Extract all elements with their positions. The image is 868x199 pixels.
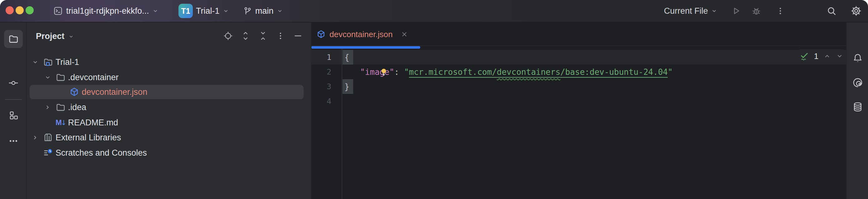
ide-window: trial1git-rdjkpn-ekkfo... T1 Trial-1 mai… — [0, 0, 868, 199]
project-panel: Project — [27, 23, 311, 199]
commit-tool-button[interactable] — [0, 78, 27, 88]
settings-button[interactable] — [850, 0, 862, 22]
git-branch-selector[interactable]: main — [243, 0, 283, 22]
chevron-down-icon[interactable] — [32, 59, 43, 66]
chevron-right-icon[interactable] — [44, 104, 56, 111]
panel-options-button[interactable] — [276, 31, 285, 40]
inspections-widget[interactable]: 1 — [798, 49, 845, 63]
previous-problem-button[interactable] — [824, 53, 831, 60]
tree-item-label: Trial-1 — [56, 57, 79, 67]
chevron-down-icon — [711, 8, 717, 14]
editor-area[interactable]: devcontainer.json 1 2 3 4 { — [311, 23, 846, 199]
git-branch-icon — [243, 6, 252, 15]
more-tool-windows-button[interactable] — [0, 136, 27, 146]
inspection-ok-icon — [800, 52, 809, 61]
strip-divider — [5, 99, 22, 100]
close-quote: " — [668, 67, 673, 77]
tree-item-devcontainer-folder[interactable]: .devcontainer — [27, 70, 311, 85]
active-tab-underline — [311, 46, 420, 49]
tree-item-devcontainer-json[interactable]: devcontainer.json — [27, 85, 311, 99]
tree-item-external-libraries[interactable]: External Libraries — [27, 130, 311, 145]
library-icon — [43, 133, 56, 142]
open-quote: " — [404, 67, 409, 77]
json-key: "image" — [360, 67, 394, 77]
image-url-link[interactable]: mcr.microsoft.com/devcontainers/base:dev… — [409, 67, 668, 77]
ai-spiral-icon — [852, 77, 863, 88]
markdown-icon: M↓ — [56, 118, 68, 127]
run-configuration-selector[interactable]: Current File — [664, 0, 717, 22]
close-icon[interactable] — [401, 31, 408, 38]
code-line-3[interactable]: } — [344, 79, 349, 94]
devcontainer-cube-icon — [69, 87, 82, 97]
chevron-right-icon[interactable] — [32, 134, 43, 141]
more-actions-button[interactable] — [776, 0, 785, 22]
folder-icon — [56, 102, 68, 112]
typo-squiggle-segment: devcontainers — [497, 67, 560, 77]
window-title: trial1git-rdjkpn-ekkfo... — [66, 6, 149, 16]
window-minimize-button[interactable] — [16, 6, 24, 14]
current-line-highlight — [311, 50, 846, 65]
search-icon — [826, 6, 837, 16]
hide-panel-button[interactable] — [293, 31, 303, 40]
ellipsis-icon — [8, 136, 19, 146]
structure-icon — [8, 110, 19, 121]
tab-devcontainer-json[interactable]: devcontainer.json — [311, 23, 408, 46]
chevron-down-icon — [152, 8, 158, 14]
tree-item-idea-folder[interactable]: .idea — [27, 100, 311, 114]
tree-item-label: Scratches and Consoles — [56, 148, 147, 158]
project-folder-icon — [43, 57, 56, 67]
gear-icon — [850, 5, 862, 16]
left-tool-strip — [0, 23, 27, 199]
search-everywhere-button[interactable] — [826, 0, 837, 22]
window-close-button[interactable] — [6, 6, 14, 14]
next-problem-button[interactable] — [836, 53, 843, 60]
code-line-2[interactable]: "image": "mcr.microsoft.com/devcontainer… — [344, 65, 673, 79]
task-name: Trial-1 — [196, 6, 220, 16]
chevron-down-icon — [223, 8, 229, 14]
tree-item-label: .idea — [68, 103, 86, 112]
tree-item-scratches[interactable]: Scratches and Consoles — [27, 146, 311, 160]
chevron-down-icon — [277, 8, 283, 14]
bell-icon — [852, 53, 863, 64]
notifications-button[interactable] — [847, 53, 868, 64]
dev-environment-selector[interactable]: trial1git-rdjkpn-ekkfo... — [53, 0, 158, 22]
panel-title-text: Project — [36, 32, 65, 41]
line-number[interactable]: 4 — [311, 97, 331, 106]
window-zoom-button[interactable] — [26, 6, 34, 14]
branch-name: main — [255, 6, 274, 16]
scratches-icon — [43, 148, 56, 158]
open-brace: { — [344, 53, 349, 62]
tree-item-project-root[interactable]: Trial-1 — [27, 55, 311, 69]
colon: : — [394, 67, 404, 77]
task-badge: T1 — [179, 4, 193, 18]
tree-item-label: .devcontainer — [68, 73, 119, 82]
line-number[interactable]: 1 — [311, 53, 331, 62]
task-selector[interactable]: T1 Trial-1 — [179, 0, 229, 22]
project-panel-title[interactable]: Project — [36, 32, 74, 41]
run-button[interactable] — [731, 0, 741, 22]
chevron-down-icon[interactable] — [44, 74, 56, 81]
title-bar: trial1git-rdjkpn-ekkfo... T1 Trial-1 mai… — [0, 0, 868, 23]
run-config-name: Current File — [664, 6, 708, 16]
structure-tool-button[interactable] — [0, 110, 27, 121]
debug-button[interactable] — [751, 0, 761, 22]
expand-all-button[interactable] — [241, 31, 250, 40]
project-panel-header: Project — [27, 23, 311, 51]
tree-item-label: External Libraries — [56, 133, 121, 142]
line-number[interactable]: 2 — [311, 67, 331, 76]
collapse-all-button[interactable] — [258, 31, 268, 40]
database-icon — [852, 102, 863, 112]
terminal-icon — [53, 6, 63, 16]
kebab-menu-icon — [776, 6, 785, 15]
project-tool-button[interactable] — [4, 30, 23, 48]
line-number[interactable]: 3 — [311, 82, 331, 91]
ai-assistant-button[interactable] — [847, 77, 868, 88]
tree-item-readme[interactable]: M↓ README.md — [27, 115, 311, 130]
chevron-down-icon — [68, 34, 74, 39]
folder-icon — [8, 34, 19, 44]
intention-bulb-icon[interactable] — [379, 65, 388, 79]
editor-tab-bar: devcontainer.json — [311, 23, 846, 46]
database-button[interactable] — [847, 102, 868, 112]
select-opened-file-button[interactable] — [223, 31, 233, 40]
code-line-1[interactable]: { — [344, 50, 349, 65]
